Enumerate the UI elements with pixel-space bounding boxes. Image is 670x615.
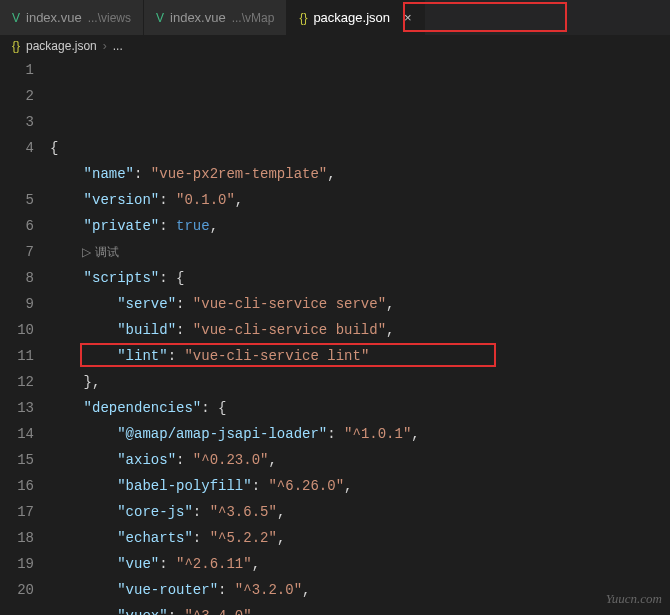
json-icon: {} bbox=[12, 39, 20, 53]
line-number: 14 bbox=[0, 421, 34, 447]
line-number: 4 bbox=[0, 135, 34, 161]
breadcrumb-rest: ... bbox=[113, 39, 123, 53]
editor[interactable]: 1234567891011121314151617181920 { "name"… bbox=[0, 57, 670, 615]
line-number: 8 bbox=[0, 265, 34, 291]
code-line[interactable]: "vuex": "^3.4.0" bbox=[50, 603, 670, 615]
code-line[interactable]: "core-js": "^3.6.5", bbox=[50, 499, 670, 525]
tab-path: ...\views bbox=[88, 11, 131, 25]
debug-label: 调试 bbox=[95, 239, 119, 265]
line-number: 16 bbox=[0, 473, 34, 499]
code-line[interactable]: { bbox=[50, 135, 670, 161]
watermark: Yuucn.com bbox=[606, 591, 662, 607]
code-line[interactable]: "vue-router": "^3.2.0", bbox=[50, 577, 670, 603]
tab-path: ...\vMap bbox=[232, 11, 275, 25]
vue-icon: V bbox=[156, 11, 164, 25]
code-line[interactable]: "name": "vue-px2rem-template", bbox=[50, 161, 670, 187]
line-number: 15 bbox=[0, 447, 34, 473]
code-line[interactable]: "version": "0.1.0", bbox=[50, 187, 670, 213]
line-number: 6 bbox=[0, 213, 34, 239]
code-line[interactable]: "axios": "^0.23.0", bbox=[50, 447, 670, 473]
code-line[interactable]: "vue": "^2.6.11", bbox=[50, 551, 670, 577]
tab-bar: Vindex.vue...\viewsVindex.vue...\vMap{}p… bbox=[0, 0, 670, 35]
line-number: 13 bbox=[0, 395, 34, 421]
line-number: 19 bbox=[0, 551, 34, 577]
close-icon[interactable]: × bbox=[404, 10, 412, 25]
line-number: 5 bbox=[0, 187, 34, 213]
tab-2[interactable]: {}package.json× bbox=[287, 0, 424, 35]
code-line[interactable]: "@amap/amap-jsapi-loader": "^1.0.1", bbox=[50, 421, 670, 447]
code-line[interactable]: "serve": "vue-cli-service serve", bbox=[50, 291, 670, 317]
tab-label: index.vue bbox=[26, 10, 82, 25]
code-line[interactable]: "dependencies": { bbox=[50, 395, 670, 421]
line-number: 10 bbox=[0, 317, 34, 343]
tab-0[interactable]: Vindex.vue...\views bbox=[0, 0, 144, 35]
breadcrumb-file: package.json bbox=[26, 39, 97, 53]
play-icon: ▷ bbox=[82, 239, 91, 265]
code-line[interactable]: "babel-polyfill": "^6.26.0", bbox=[50, 473, 670, 499]
breadcrumb[interactable]: {} package.json › ... bbox=[0, 35, 670, 57]
line-number bbox=[0, 161, 34, 187]
line-number: 12 bbox=[0, 369, 34, 395]
tab-label: index.vue bbox=[170, 10, 226, 25]
line-number: 1 bbox=[0, 57, 34, 83]
code-line[interactable]: "build": "vue-cli-service build", bbox=[50, 317, 670, 343]
tab-1[interactable]: Vindex.vue...\vMap bbox=[144, 0, 287, 35]
code-area[interactable]: { "name": "vue-px2rem-template", "versio… bbox=[50, 57, 670, 615]
code-line[interactable]: "private": true, bbox=[50, 213, 670, 239]
breadcrumb-sep: › bbox=[103, 39, 107, 53]
line-number: 20 bbox=[0, 577, 34, 603]
line-number: 3 bbox=[0, 109, 34, 135]
code-line[interactable]: "scripts": { bbox=[50, 265, 670, 291]
line-number: 17 bbox=[0, 499, 34, 525]
debug-hint[interactable]: ▷调试 bbox=[50, 239, 670, 265]
gutter: 1234567891011121314151617181920 bbox=[0, 57, 50, 615]
code-line[interactable]: "echarts": "^5.2.2", bbox=[50, 525, 670, 551]
line-number: 11 bbox=[0, 343, 34, 369]
json-icon: {} bbox=[299, 11, 307, 25]
code-line[interactable]: "lint": "vue-cli-service lint" bbox=[50, 343, 670, 369]
line-number: 7 bbox=[0, 239, 34, 265]
tab-label: package.json bbox=[313, 10, 390, 25]
code-line[interactable]: }, bbox=[50, 369, 670, 395]
line-number: 2 bbox=[0, 83, 34, 109]
line-number: 18 bbox=[0, 525, 34, 551]
vue-icon: V bbox=[12, 11, 20, 25]
line-number: 9 bbox=[0, 291, 34, 317]
